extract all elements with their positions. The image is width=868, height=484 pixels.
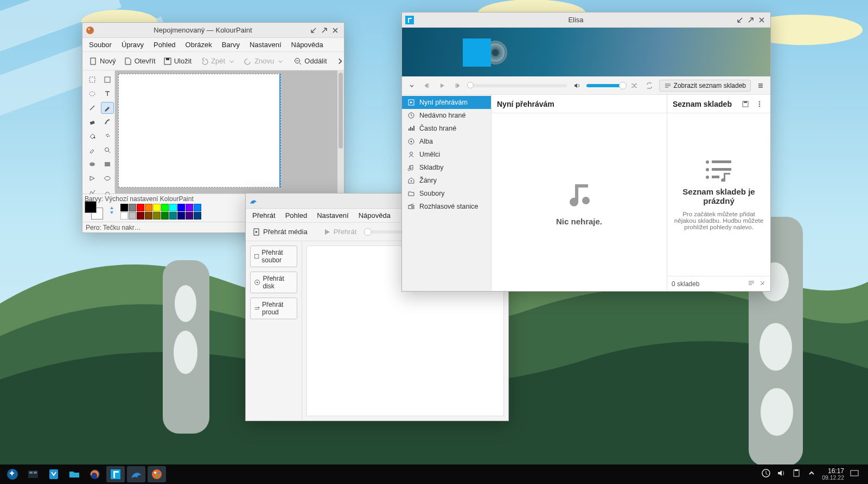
play-button[interactable] [437,80,448,91]
canvas[interactable] [118,74,281,188]
sidebar-item-albums[interactable]: Alba [402,135,491,148]
vertical-scrollbar[interactable] [337,70,344,193]
color-swatch[interactable] [120,204,128,211]
color-swatch[interactable] [161,212,169,220]
sidebar-item-now-playing[interactable]: Nyní přehrávám [402,96,491,109]
play-button[interactable]: Přehrát [320,225,360,238]
tool-ellipse-select[interactable] [86,88,99,100]
close-button[interactable] [756,15,767,25]
reload-colors-icon[interactable] [105,201,118,220]
color-swatch[interactable] [129,204,136,211]
color-swatch[interactable] [153,212,161,220]
color-swatch[interactable] [186,212,193,220]
menu-play[interactable]: Přehrát [248,210,280,221]
task-kolourpaint[interactable] [148,466,166,482]
next-button[interactable] [452,80,463,91]
tool-polygon[interactable] [86,172,99,184]
task-activities[interactable] [24,466,42,482]
show-playlist-button[interactable]: Zobrazit seznam skladeb [659,80,751,92]
tool-eraser[interactable] [86,116,99,128]
playlist-menu-icon[interactable] [754,99,765,109]
volume-icon[interactable] [571,80,582,91]
color-swatch[interactable] [153,204,161,211]
tool-spray[interactable] [101,130,114,142]
play-media-button[interactable]: Přehrát média [249,225,311,238]
sidebar-item-tracks[interactable]: Skladby [402,161,491,174]
color-swatch[interactable] [129,212,136,220]
tool-ellipse[interactable] [86,158,99,170]
minimize-button[interactable] [735,15,745,25]
hamburger-menu[interactable] [755,80,766,91]
color-swatch[interactable] [145,204,152,211]
sidebar-item-radio[interactable]: Rozhlasové stanice [402,200,491,213]
menu-help[interactable]: Nápověda [354,210,395,221]
tray-show-desktop-icon[interactable] [850,468,859,480]
toolbar-overflow[interactable] [333,55,348,68]
volume-slider[interactable] [586,84,624,87]
playlist-action2-icon[interactable] [758,279,766,288]
clock[interactable]: 16:1709.12.22 [822,468,844,481]
color-swatch[interactable] [161,204,169,211]
titlebar[interactable]: Elisa [402,12,770,28]
menu-edit[interactable]: Úpravy [117,39,148,50]
tool-line[interactable] [86,102,99,114]
tool-rect-select[interactable] [86,74,99,86]
tool-zoom[interactable] [101,144,114,156]
sidebar-item-artists[interactable]: Umělci [402,148,491,161]
prev-button[interactable] [422,80,432,91]
color-swatch[interactable] [169,212,177,220]
color-swatch[interactable] [194,212,201,220]
color-swatches[interactable] [120,204,201,220]
sidebar-item-frequent[interactable]: Často hrané [402,122,491,135]
maximize-button[interactable] [745,15,756,25]
play-file-button[interactable]: Přehrát soubor [250,246,297,267]
tool-fill[interactable] [86,130,99,142]
sidebar-item-genres[interactable]: Žánry [402,174,491,187]
repeat-button[interactable] [644,80,655,91]
task-dragon[interactable] [127,466,145,482]
start-menu-button[interactable] [3,466,22,482]
redo-button[interactable]: Znovu [240,55,288,68]
task-discover[interactable] [44,466,63,482]
chevron-down-icon[interactable] [406,80,417,91]
menu-settings[interactable]: Nastavení [245,39,286,50]
sidebar-item-recent[interactable]: Nedávno hrané [402,109,491,122]
color-swatch[interactable] [137,212,144,220]
color-swatch[interactable] [177,212,185,220]
menu-help[interactable]: Nápověda [287,39,328,50]
save-button[interactable]: Uložit [160,55,195,68]
tool-picker[interactable] [86,144,99,156]
menu-image[interactable]: Obrázek [181,39,216,50]
tray-clipboard-icon[interactable] [792,468,801,480]
playlist-action1-icon[interactable] [748,279,755,288]
task-firefox[interactable] [86,466,104,482]
color-swatch[interactable] [137,204,144,211]
save-playlist-icon[interactable] [740,99,751,109]
color-swatch[interactable] [186,204,193,211]
shuffle-button[interactable] [629,80,640,91]
menu-colors[interactable]: Barvy [218,39,244,50]
color-swatch[interactable] [145,212,152,220]
play-stream-button[interactable]: Přehrát proud [250,298,297,319]
task-elisa[interactable] [106,466,125,482]
menu-view[interactable]: Pohled [281,210,311,221]
tool-text[interactable] [101,88,114,100]
color-swatch[interactable] [177,204,185,211]
tray-volume-icon[interactable] [776,468,786,480]
tray-updates-icon[interactable] [761,468,771,480]
menu-file[interactable]: Soubor [85,39,116,50]
tool-brush[interactable] [101,116,114,128]
tray-chevron-up-icon[interactable] [807,468,816,480]
play-disc-button[interactable]: Přehrát disk [250,272,297,293]
tool-rect[interactable] [101,158,114,170]
menu-view[interactable]: Pohled [149,39,180,50]
tool-roundrect[interactable] [101,172,114,184]
open-button[interactable]: Otevřít [120,55,159,68]
maximize-button[interactable] [319,25,330,36]
color-swatch[interactable] [169,204,177,211]
undo-button[interactable]: Zpět [197,55,239,68]
color-swatch[interactable] [120,212,128,220]
color-swatch[interactable] [194,204,201,211]
fg-bg-swatch[interactable] [85,201,103,220]
close-button[interactable] [330,25,341,36]
